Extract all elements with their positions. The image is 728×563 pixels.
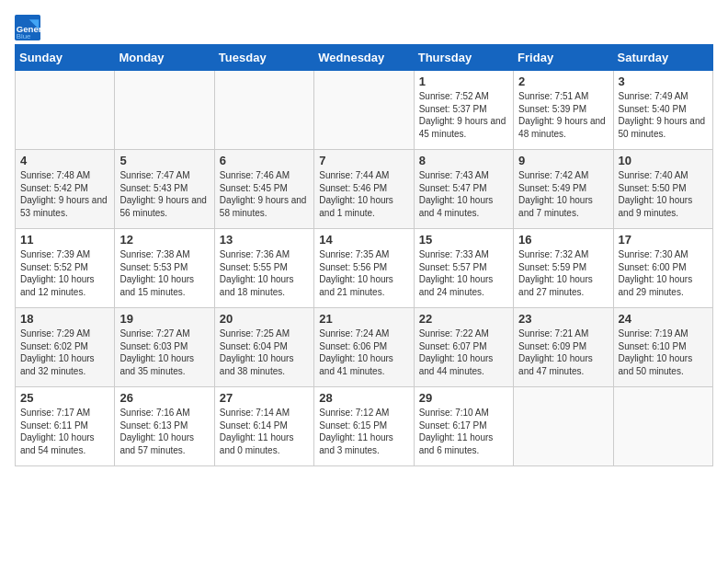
day-info: Sunrise: 7:51 AM Sunset: 5:39 PM Dayligh… [518, 90, 608, 140]
day-number: 3 [619, 75, 708, 88]
calendar-cell: 18Sunrise: 7:29 AM Sunset: 6:02 PM Dayli… [16, 308, 115, 387]
calendar-cell [115, 71, 214, 150]
calendar-week-4: 18Sunrise: 7:29 AM Sunset: 6:02 PM Dayli… [16, 308, 713, 387]
day-number: 4 [20, 154, 109, 167]
calendar-cell: 15Sunrise: 7:33 AM Sunset: 5:57 PM Dayli… [414, 229, 513, 308]
weekday-header-row: SundayMondayTuesdayWednesdayThursdayFrid… [16, 45, 713, 71]
calendar-cell: 10Sunrise: 7:40 AM Sunset: 5:50 PM Dayli… [613, 150, 712, 229]
logo-icon: General Blue [15, 15, 40, 40]
day-info: Sunrise: 7:24 AM Sunset: 6:06 PM Dayligh… [319, 327, 408, 377]
calendar-cell: 26Sunrise: 7:16 AM Sunset: 6:13 PM Dayli… [115, 387, 214, 466]
day-number: 24 [619, 312, 708, 326]
day-number: 20 [220, 312, 309, 326]
logo: General Blue [15, 15, 44, 40]
day-number: 6 [220, 154, 309, 167]
calendar-cell: 9Sunrise: 7:42 AM Sunset: 5:49 PM Daylig… [514, 150, 613, 229]
day-info: Sunrise: 7:33 AM Sunset: 5:57 PM Dayligh… [419, 248, 508, 298]
day-info: Sunrise: 7:49 AM Sunset: 5:40 PM Dayligh… [619, 90, 708, 140]
calendar-cell [314, 71, 414, 150]
day-info: Sunrise: 7:16 AM Sunset: 6:13 PM Dayligh… [119, 407, 209, 456]
day-number: 11 [20, 233, 109, 247]
day-number: 5 [119, 154, 209, 167]
day-info: Sunrise: 7:27 AM Sunset: 6:03 PM Dayligh… [119, 327, 209, 377]
day-info: Sunrise: 7:35 AM Sunset: 5:56 PM Dayligh… [319, 248, 408, 298]
day-number: 22 [419, 312, 508, 326]
calendar-cell: 8Sunrise: 7:43 AM Sunset: 5:47 PM Daylig… [414, 150, 513, 229]
day-info: Sunrise: 7:12 AM Sunset: 6:15 PM Dayligh… [319, 407, 408, 456]
weekday-header-monday: Monday [115, 45, 214, 71]
weekday-header-wednesday: Wednesday [314, 45, 414, 71]
calendar-cell [16, 71, 115, 150]
day-info: Sunrise: 7:39 AM Sunset: 5:52 PM Dayligh… [20, 248, 109, 298]
calendar-cell: 14Sunrise: 7:35 AM Sunset: 5:56 PM Dayli… [314, 229, 414, 308]
day-number: 27 [220, 391, 309, 405]
calendar-cell: 1Sunrise: 7:52 AM Sunset: 5:37 PM Daylig… [414, 71, 513, 150]
calendar-cell [613, 387, 712, 466]
calendar-cell: 20Sunrise: 7:25 AM Sunset: 6:04 PM Dayli… [214, 308, 313, 387]
day-number: 28 [319, 391, 408, 405]
calendar-cell: 13Sunrise: 7:36 AM Sunset: 5:55 PM Dayli… [214, 229, 313, 308]
day-info: Sunrise: 7:47 AM Sunset: 5:43 PM Dayligh… [119, 169, 209, 219]
day-number: 7 [319, 154, 408, 167]
calendar-cell: 16Sunrise: 7:32 AM Sunset: 5:59 PM Dayli… [514, 229, 613, 308]
weekday-header-saturday: Saturday [613, 45, 712, 71]
calendar-cell: 2Sunrise: 7:51 AM Sunset: 5:39 PM Daylig… [514, 71, 613, 150]
calendar-cell [214, 71, 313, 150]
day-number: 19 [119, 312, 209, 326]
day-info: Sunrise: 7:29 AM Sunset: 6:02 PM Dayligh… [20, 327, 109, 377]
calendar-cell: 24Sunrise: 7:19 AM Sunset: 6:10 PM Dayli… [613, 308, 712, 387]
day-number: 25 [20, 391, 109, 405]
day-info: Sunrise: 7:38 AM Sunset: 5:53 PM Dayligh… [119, 248, 209, 298]
calendar-week-3: 11Sunrise: 7:39 AM Sunset: 5:52 PM Dayli… [16, 229, 713, 308]
calendar-cell: 3Sunrise: 7:49 AM Sunset: 5:40 PM Daylig… [613, 71, 712, 150]
weekday-header-thursday: Thursday [414, 45, 513, 71]
calendar-cell: 7Sunrise: 7:44 AM Sunset: 5:46 PM Daylig… [314, 150, 414, 229]
calendar-cell: 11Sunrise: 7:39 AM Sunset: 5:52 PM Dayli… [16, 229, 115, 308]
day-number: 23 [518, 312, 608, 326]
day-info: Sunrise: 7:19 AM Sunset: 6:10 PM Dayligh… [619, 327, 708, 377]
day-info: Sunrise: 7:48 AM Sunset: 5:42 PM Dayligh… [20, 169, 109, 219]
weekday-header-sunday: Sunday [16, 45, 115, 71]
day-info: Sunrise: 7:25 AM Sunset: 6:04 PM Dayligh… [220, 327, 309, 377]
day-number: 21 [319, 312, 408, 326]
calendar-week-5: 25Sunrise: 7:17 AM Sunset: 6:11 PM Dayli… [16, 387, 713, 466]
day-number: 2 [518, 75, 608, 88]
weekday-header-friday: Friday [514, 45, 613, 71]
day-info: Sunrise: 7:32 AM Sunset: 5:59 PM Dayligh… [518, 248, 608, 298]
day-info: Sunrise: 7:30 AM Sunset: 6:00 PM Dayligh… [619, 248, 708, 298]
day-number: 1 [419, 75, 508, 88]
page-header: General Blue [15, 15, 713, 40]
calendar-cell: 21Sunrise: 7:24 AM Sunset: 6:06 PM Dayli… [314, 308, 414, 387]
calendar-week-1: 1Sunrise: 7:52 AM Sunset: 5:37 PM Daylig… [16, 71, 713, 150]
calendar-week-2: 4Sunrise: 7:48 AM Sunset: 5:42 PM Daylig… [16, 150, 713, 229]
day-info: Sunrise: 7:44 AM Sunset: 5:46 PM Dayligh… [319, 169, 408, 219]
day-info: Sunrise: 7:36 AM Sunset: 5:55 PM Dayligh… [220, 248, 309, 298]
day-number: 10 [619, 154, 708, 167]
calendar-table: SundayMondayTuesdayWednesdayThursdayFrid… [15, 44, 713, 466]
calendar-cell: 17Sunrise: 7:30 AM Sunset: 6:00 PM Dayli… [613, 229, 712, 308]
day-number: 15 [419, 233, 508, 247]
day-info: Sunrise: 7:42 AM Sunset: 5:49 PM Dayligh… [518, 169, 608, 219]
day-number: 9 [518, 154, 608, 167]
day-number: 16 [518, 233, 608, 247]
calendar-cell: 27Sunrise: 7:14 AM Sunset: 6:14 PM Dayli… [214, 387, 313, 466]
day-info: Sunrise: 7:40 AM Sunset: 5:50 PM Dayligh… [619, 169, 708, 219]
calendar-cell: 12Sunrise: 7:38 AM Sunset: 5:53 PM Dayli… [115, 229, 214, 308]
calendar-cell: 19Sunrise: 7:27 AM Sunset: 6:03 PM Dayli… [115, 308, 214, 387]
calendar-cell: 28Sunrise: 7:12 AM Sunset: 6:15 PM Dayli… [314, 387, 414, 466]
day-number: 26 [119, 391, 209, 405]
calendar-cell: 5Sunrise: 7:47 AM Sunset: 5:43 PM Daylig… [115, 150, 214, 229]
day-info: Sunrise: 7:52 AM Sunset: 5:37 PM Dayligh… [419, 90, 508, 140]
day-info: Sunrise: 7:22 AM Sunset: 6:07 PM Dayligh… [419, 327, 508, 377]
day-info: Sunrise: 7:17 AM Sunset: 6:11 PM Dayligh… [20, 407, 109, 456]
day-number: 29 [419, 391, 508, 405]
day-info: Sunrise: 7:21 AM Sunset: 6:09 PM Dayligh… [518, 327, 608, 377]
day-info: Sunrise: 7:10 AM Sunset: 6:17 PM Dayligh… [419, 407, 508, 456]
day-number: 13 [220, 233, 309, 247]
day-number: 12 [119, 233, 209, 247]
day-number: 14 [319, 233, 408, 247]
calendar-cell: 6Sunrise: 7:46 AM Sunset: 5:45 PM Daylig… [214, 150, 313, 229]
day-info: Sunrise: 7:46 AM Sunset: 5:45 PM Dayligh… [220, 169, 309, 219]
day-info: Sunrise: 7:43 AM Sunset: 5:47 PM Dayligh… [419, 169, 508, 219]
day-number: 17 [619, 233, 708, 247]
